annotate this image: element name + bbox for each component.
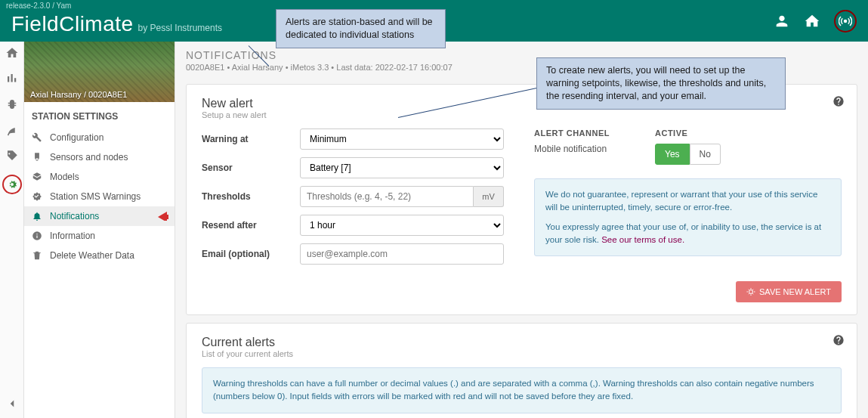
threshold-unit: mV [474,186,504,207]
logo: FieldClimate by Pessl Instruments [11,12,222,36]
sidebar-title: STATION SETTINGS [24,102,175,128]
alert-channel-text: Mobile notification [534,144,610,154]
info-icon [32,231,42,241]
broadcast-icon [839,14,852,28]
select-sensor[interactable]: Battery [7] [300,157,504,178]
sidebar: Axial Harsany / 0020A8E1 STATION SETTING… [24,42,175,418]
icon-rail [0,42,24,418]
settings-icon-circled[interactable] [2,175,22,194]
sidebar-item-sms[interactable]: Station SMS Warnings [24,187,175,206]
trash-icon [32,250,42,261]
sidebar-item-configuration[interactable]: Configuration [24,128,175,147]
sidebar-item-models[interactable]: Models [24,167,175,187]
label-email: Email (optional) [202,249,300,259]
sidebar-item-sensors[interactable]: Sensors and nodes [24,147,175,167]
release-tag: release-2.3.0 / Yam [6,2,71,10]
form-left: Warning at Minimum Sensor Battery [7] Th… [202,128,504,272]
active-title: ACTIVE [655,128,721,138]
sidebar-item-label: Sensors and nodes [50,152,128,163]
sidebar-item-label: Information [50,231,95,241]
help-icon[interactable] [832,95,845,107]
alert-channel-title: ALERT CHANNEL [534,128,610,138]
input-thresholds[interactable] [300,186,474,207]
label-sensor: Sensor [202,163,300,173]
svg-marker-1 [158,212,168,221]
header-icons [774,10,857,33]
chart-icon[interactable] [5,72,19,85]
bell-icon [32,211,42,221]
toggle-yes[interactable]: Yes [655,144,690,165]
disclaimer-box: We do not guarantee, represent or warran… [534,178,842,256]
collapse-icon[interactable] [5,397,19,410]
sidebar-item-label: Notifications [50,211,99,221]
callout-2: To create new alerts, you will need to s… [536,57,786,110]
red-arrow-annotation [158,210,168,221]
bug-icon[interactable] [5,98,19,111]
sensor-icon [32,152,42,163]
current-alerts-card: Current alerts List of your current aler… [186,323,857,418]
sidebar-hero: Axial Harsany / 0020A8E1 [24,42,175,102]
card-subtitle: Setup a new alert [202,110,842,119]
sidebar-item-information[interactable]: Information [24,226,175,246]
callout-1: Alerts are station-based and will be ded… [276,9,446,48]
toggle-no[interactable]: No [690,144,721,165]
active-toggle: Yes No [655,144,721,165]
label-resend: Resend after [202,220,300,231]
form-right: ALERT CHANNEL Mobile notification ACTIVE… [534,128,842,272]
save-button-label: SAVE NEW ALERT [759,287,831,296]
card-subtitle: List of your current alerts [202,349,842,358]
wrench-icon [32,132,42,143]
new-alert-card: New alert Setup a new alert Warning at M… [186,84,857,315]
input-email[interactable] [300,243,504,265]
logo-brand: FieldClimate [11,12,134,36]
farm-icon[interactable] [804,13,820,29]
models-icon [32,172,42,182]
label-thresholds: Thresholds [202,191,300,202]
user-icon[interactable] [774,13,790,29]
broadcast-icon-circled[interactable] [834,10,857,33]
gear-icon [6,178,18,190]
home-icon[interactable] [5,46,19,60]
logo-byline: by Pessl Instruments [138,23,222,33]
sidebar-item-notifications[interactable]: Notifications [24,206,175,226]
station-label: Axial Harsany / 0020A8E1 [30,90,127,99]
help-icon[interactable] [832,334,845,346]
sun-icon [746,287,755,296]
select-warning-at[interactable]: Minimum [300,128,504,150]
disclaimer-text-1: We do not guarantee, represent or warran… [545,188,830,215]
sidebar-item-label: Models [50,172,79,182]
sidebar-item-label: Delete Weather Data [50,250,134,261]
save-new-alert-button[interactable]: SAVE NEW ALERT [736,281,842,302]
select-resend[interactable]: 1 hour [300,215,504,236]
label-warning-at: Warning at [202,134,300,144]
card-title: Current alerts [202,336,842,349]
check-badge-icon [32,191,42,202]
sidebar-item-label: Configuration [50,132,103,143]
leaf-icon[interactable] [5,123,19,137]
tag-icon[interactable] [5,149,19,163]
svg-point-0 [844,19,848,23]
sidebar-item-label: Station SMS Warnings [50,191,141,202]
terms-link[interactable]: See our terms of use. [601,235,684,244]
sidebar-item-delete[interactable]: Delete Weather Data [24,246,175,265]
current-info-box: Warning thresholds can have a full numbe… [202,367,842,413]
